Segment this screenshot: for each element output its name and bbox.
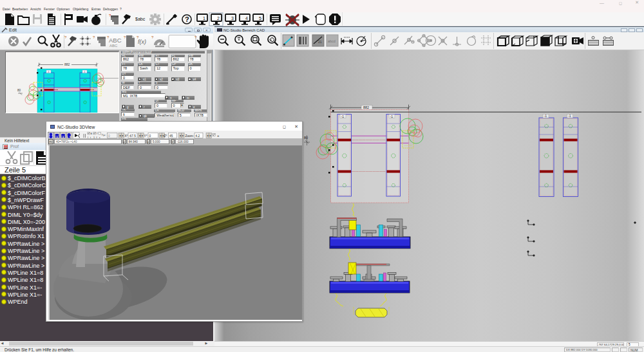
- svg-text:-1: -1: [544, 114, 547, 118]
- svg-text:?: ?: [93, 35, 95, 39]
- svg-text:X°: X°: [125, 134, 128, 138]
- svg-text:?: ?: [151, 35, 154, 39]
- svg-text:3: 3: [231, 16, 234, 21]
- svg-text:2: 2: [217, 16, 220, 21]
- svg-text:◄: ◄: [160, 134, 162, 137]
- svg-text:◄: ◄: [119, 134, 122, 137]
- svg-text:B: B: [91, 133, 93, 135]
- svg-text:882: 882: [363, 106, 369, 109]
- svg-text:-1: -1: [390, 115, 393, 118]
- svg-text:◄: ◄: [179, 134, 182, 137]
- svg-text:F°: F°: [104, 134, 106, 137]
- svg-text:abcd: abcd: [328, 39, 336, 43]
- svg-text:-1: -1: [83, 71, 85, 73]
- svg-text:80: 80: [17, 89, 21, 92]
- svg-text:0: 0: [149, 134, 151, 138]
- svg-text:0: 0: [108, 134, 110, 138]
- svg-text:►: ►: [182, 134, 185, 137]
- svg-text:Y°: Y°: [144, 134, 147, 138]
- svg-text:f(x): f(x): [138, 39, 146, 45]
- svg-text:Z°: Z°: [164, 134, 167, 138]
- svg-text:45: 45: [169, 134, 173, 138]
- svg-text:882: 882: [64, 62, 70, 66]
- svg-text:?: ?: [64, 35, 67, 39]
- svg-text:80: 80: [304, 136, 308, 140]
- svg-text:ABC: ABC: [109, 44, 118, 48]
- svg-text:◄: ◄: [138, 134, 141, 137]
- svg-text:1: 1: [203, 16, 205, 21]
- svg-text:-1: -1: [47, 71, 49, 73]
- svg-text:T: T: [97, 133, 99, 135]
- svg-text:4.2: 4.2: [196, 134, 200, 138]
- svg-text:?: ?: [124, 35, 126, 39]
- svg-text:►: ►: [122, 134, 124, 137]
- svg-text:-67.5: -67.5: [129, 134, 136, 138]
- svg-text:ABC: ABC: [109, 37, 122, 44]
- svg-text:?: ?: [185, 15, 189, 23]
- svg-text:?: ?: [194, 35, 197, 39]
- svg-text:+: +: [217, 134, 220, 138]
- svg-text:Zoom:: Zoom:: [185, 134, 194, 138]
- svg-text:-1: -1: [568, 114, 571, 118]
- svg-text:◄: ◄: [207, 134, 209, 137]
- svg-text:21: 21: [318, 40, 322, 44]
- svg-text:4: 4: [245, 16, 248, 21]
- svg-text:$abc: $abc: [135, 17, 146, 21]
- svg-text:-1: -1: [341, 115, 345, 118]
- svg-text:5: 5: [259, 16, 261, 21]
- svg-text:►: ►: [209, 134, 212, 137]
